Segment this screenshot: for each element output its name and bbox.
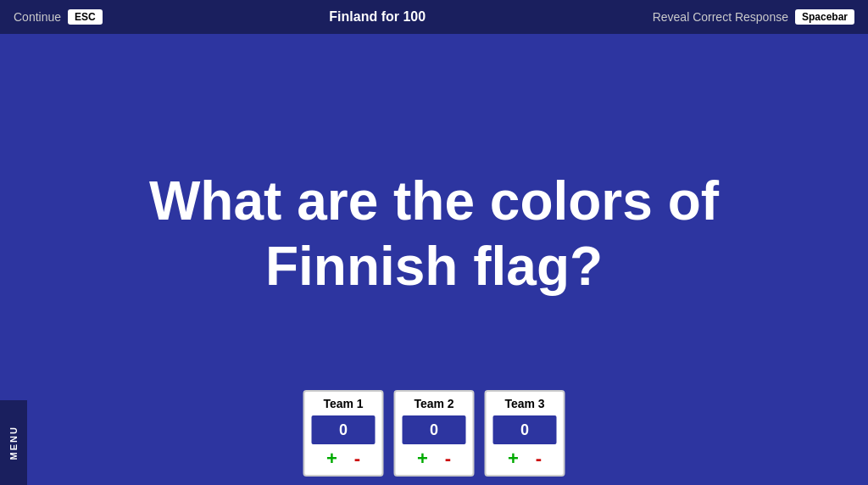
team-card-1: Team 10+- [303, 390, 384, 477]
team-name-1: Team 1 [323, 397, 363, 410]
teams-row: Team 10+-Team 20+-Team 30+- [303, 390, 565, 477]
continue-key-badge[interactable]: ESC [68, 9, 103, 25]
top-bar: Continue ESC Finland for 100 Reveal Corr… [0, 0, 868, 34]
team-controls-1: +- [326, 449, 360, 468]
team-minus-1[interactable]: - [354, 449, 360, 468]
question-text: What are the colors of Finnish flag? [0, 169, 868, 299]
main-area: What are the colors of Finnish flag? Tea… [0, 34, 868, 485]
team-controls-3: +- [508, 449, 542, 468]
continue-label: Continue [14, 10, 61, 24]
team-score-1: 0 [312, 415, 376, 444]
menu-sidebar[interactable]: MENU [0, 400, 27, 485]
reveal-label: Reveal Correct Response [653, 10, 788, 24]
continue-section: Continue ESC [14, 9, 103, 25]
reveal-section: Reveal Correct Response Spacebar [653, 9, 854, 25]
team-card-2: Team 20+- [394, 390, 475, 477]
team-plus-3[interactable]: + [508, 449, 519, 468]
team-name-3: Team 3 [504, 397, 544, 410]
game-title: Finland for 100 [329, 9, 426, 25]
team-name-2: Team 2 [414, 397, 453, 410]
menu-label: MENU [8, 426, 19, 460]
team-controls-2: +- [417, 449, 451, 468]
team-minus-2[interactable]: - [445, 449, 451, 468]
team-score-2: 0 [403, 415, 466, 444]
team-card-3: Team 30+- [485, 390, 565, 477]
reveal-key-badge[interactable]: Spacebar [795, 9, 854, 25]
team-score-3: 0 [493, 415, 557, 444]
team-plus-1[interactable]: + [326, 449, 337, 468]
team-minus-3[interactable]: - [536, 449, 542, 468]
team-plus-2[interactable]: + [417, 449, 428, 468]
